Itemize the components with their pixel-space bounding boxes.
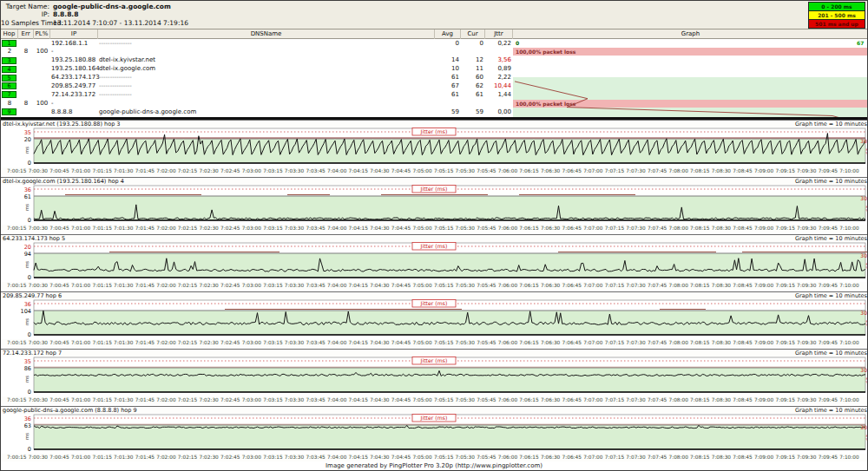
- timeline-plot-2[interactable]: Jitter (ms)2094ms03025: [1, 242, 867, 282]
- jitter-value: 3,56: [485, 56, 511, 64]
- x-tick-label: 7:07:30: [625, 339, 647, 347]
- column-header-graph[interactable]: Graph: [513, 29, 868, 39]
- table-row-hop-4[interactable]: 4193.25.180.164dtel-ix.google.com10110,8…: [1, 65, 868, 74]
- trace-scale-min: 0: [516, 40, 519, 46]
- x-tick-label: 7:08:30: [711, 454, 733, 461]
- x-tick-label: 7:00:30: [28, 282, 49, 290]
- x-tick-label: 7:00:15: [6, 396, 28, 404]
- timeline-plot-5[interactable]: Jitter (ms)3663ms03025: [1, 414, 867, 454]
- column-header-ip[interactable]: IP: [50, 29, 98, 39]
- x-tick-label: 7:00:15: [6, 454, 28, 461]
- x-tick-label: 7:04:15: [348, 454, 370, 461]
- ip-address: -: [51, 100, 54, 108]
- x-tick-label: 7:01:45: [135, 282, 156, 290]
- x-tick-label: 7:06:30: [540, 396, 562, 404]
- table-row-hop-1[interactable]: 1192.168.1.1---------------000,22: [1, 39, 868, 48]
- timeline-title-row: dtel-ix.google.com (193.25.180.164) hop …: [3, 178, 867, 185]
- y-red-max: 36: [24, 186, 31, 193]
- x-tick-label: 7:06:30: [540, 454, 562, 461]
- x-tick-label: 7:09:00: [753, 396, 775, 404]
- x-tick-label: 7:05:45: [476, 396, 497, 404]
- timeline-xticks: 7:00:157:00:307:00:457:01:007:01:157:01:…: [6, 167, 867, 175]
- y-unit: ms: [24, 147, 30, 154]
- x-tick-label: 7:01:30: [113, 282, 135, 290]
- x-tick-label: 7:05:00: [411, 282, 433, 290]
- ip-address: 8.8.8.8: [51, 108, 73, 116]
- x-tick-label: 7:01:00: [70, 339, 92, 347]
- ip-address: 192.168.1.1: [51, 40, 88, 48]
- y-latency-mark: 86: [24, 365, 31, 372]
- x-tick-label: 7:08:45: [732, 396, 753, 404]
- packet-loss-percent: 100: [34, 48, 50, 56]
- x-tick-label: 7:07:00: [582, 282, 604, 290]
- ip-address: 209.85.249.77: [51, 82, 95, 90]
- timeline-title-row: 64.233.174.173 hop 5Graph time = 10 minu…: [3, 235, 867, 242]
- column-header-avg[interactable]: Avg: [435, 29, 461, 39]
- x-tick-label: 7:05:15: [433, 454, 455, 461]
- x-tick-label: 7:02:30: [198, 339, 220, 347]
- x-tick-label: 7:02:00: [155, 225, 177, 232]
- timeline-title: 72.14.233.172 hop 7: [3, 350, 62, 357]
- x-tick-label: 7:07:15: [604, 454, 626, 461]
- x-tick-label: 7:06:45: [561, 454, 582, 461]
- x-tick-label: 7:07:45: [647, 167, 668, 175]
- x-tick-label: 7:06:00: [497, 454, 519, 461]
- x-tick-label: 7:09:15: [774, 339, 796, 347]
- x-tick-label: 7:00:45: [49, 225, 70, 232]
- timeline-plot-0[interactable]: Jitter (ms)3520ms03025: [1, 128, 867, 167]
- x-tick-label: 7:06:15: [518, 396, 540, 404]
- y-zero: 0: [28, 274, 31, 281]
- x-tick-label: 7:02:45: [220, 282, 241, 290]
- avg-latency: 10: [435, 65, 459, 73]
- timeline-title: dtel-ix.kyivstar.net (193.25.180.88) hop…: [3, 121, 120, 128]
- x-tick-label: 7:05:30: [454, 454, 476, 461]
- latency-legend: 0 - 200 ms201 - 500 ms501 ms and up: [808, 2, 865, 29]
- graph-time-label: Graph time = 10 minutes: [795, 235, 867, 242]
- hop-number-badge: 3: [2, 57, 16, 64]
- right-axis-top: 30: [860, 367, 867, 373]
- column-header-jttr[interactable]: Jttr: [485, 29, 513, 39]
- x-tick-label: 7:07:45: [647, 454, 668, 461]
- x-tick-label: 7:06:00: [497, 396, 519, 404]
- x-tick-label: 7:05:15: [433, 396, 455, 404]
- timeline-title: dtel-ix.google.com (193.25.180.164) hop …: [3, 178, 124, 185]
- y-red-max: 36: [24, 301, 31, 308]
- column-header-cur[interactable]: Cur: [461, 29, 485, 39]
- x-tick-label: 7:01:45: [135, 454, 156, 461]
- x-tick-label: 7:04:15: [348, 339, 370, 347]
- x-tick-label: 7:06:15: [518, 282, 540, 290]
- x-tick-label: 7:07:15: [604, 396, 626, 404]
- column-header-hop[interactable]: Hop: [1, 29, 18, 39]
- graph-time-label: Graph time = 10 minutes: [795, 121, 867, 128]
- column-header-pl%[interactable]: PL%: [34, 29, 50, 39]
- timeline-section-4: 72.14.233.172 hop 7Graph time = 10 minut…: [1, 349, 868, 404]
- x-tick-label: 7:08:45: [732, 454, 753, 461]
- timeline-plot-3[interactable]: Jitter (ms)36104ms03025: [1, 299, 867, 339]
- right-axis-top: 30: [860, 138, 867, 144]
- current-latency: 59: [461, 108, 483, 116]
- x-tick-label: 7:00:30: [28, 339, 49, 347]
- err-value: 8: [18, 100, 34, 108]
- jitter-axis-label: Jitter (ms): [420, 186, 448, 193]
- y-latency-mark: 63: [24, 422, 31, 429]
- x-tick-label: 7:06:45: [561, 339, 582, 347]
- hop-number-badge: 6: [2, 82, 16, 89]
- timeline-xticks: 7:00:157:00:307:00:457:01:007:01:157:01:…: [6, 454, 867, 461]
- timeline-plot-1[interactable]: Jitter (ms)3661ms03025: [1, 185, 867, 225]
- column-header-err[interactable]: Err: [18, 29, 34, 39]
- y-zero: 0: [28, 331, 31, 338]
- x-tick-label: 7:01:30: [113, 339, 135, 347]
- y-red-max: 35: [24, 358, 31, 365]
- x-tick-label: 7:01:00: [70, 282, 92, 290]
- x-tick-label: 7:01:00: [70, 396, 92, 404]
- x-tick-label: 7:09:15: [774, 454, 796, 461]
- x-tick-label: 7:03:00: [241, 167, 263, 175]
- timeline-plot-4[interactable]: Jitter (ms)3586ms03025: [1, 357, 867, 396]
- table-row-hop-3[interactable]: 3193.25.180.88dtel-ix.kyivstar.net14123,…: [1, 56, 868, 65]
- x-tick-label: 7:04:45: [391, 282, 412, 290]
- jitter-value: 2,22: [485, 74, 511, 82]
- column-header-dnsname[interactable]: DNSName: [98, 29, 435, 39]
- legend-item-2: 501 ms and up: [808, 19, 865, 29]
- y-unit: ms: [24, 433, 30, 440]
- x-tick-label: 7:03:15: [262, 225, 284, 232]
